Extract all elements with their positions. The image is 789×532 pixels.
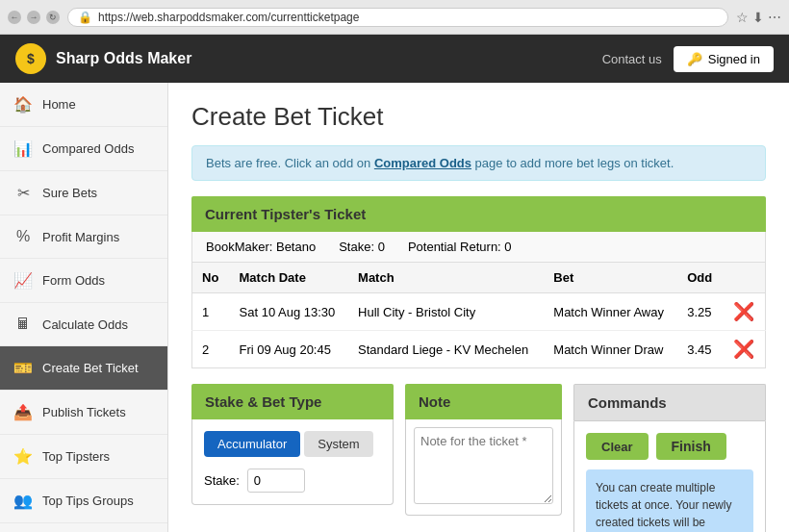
signed-in-button[interactable]: 🔑 Signed in bbox=[674, 46, 774, 72]
stake-section-header: Stake & Bet Type bbox=[191, 384, 394, 419]
sidebar-item-publish-tickets[interactable]: 📤 Publish Tickets bbox=[0, 391, 167, 435]
sidebar-item-form-odds[interactable]: 📈 Form Odds bbox=[0, 259, 167, 303]
row1-match: Hull City - Bristol City bbox=[348, 293, 544, 331]
ticket-table: No Match Date Match Bet Odd 1 Sat 10 Aug… bbox=[191, 263, 766, 368]
sidebar-label-compared-odds: Compared Odds bbox=[42, 141, 134, 156]
compared-odds-icon: 📊 bbox=[13, 139, 33, 158]
row2-bet: Match Winner Draw bbox=[544, 331, 677, 368]
sure-bets-icon: ✂ bbox=[13, 184, 33, 202]
key-icon: 🔑 bbox=[687, 52, 702, 66]
stake-label: Stake: 0 bbox=[339, 240, 385, 254]
note-section: Note bbox=[405, 384, 562, 532]
col-action bbox=[724, 263, 766, 293]
info-banner: Bets are free. Click an odd on Compared … bbox=[191, 145, 766, 181]
table-row: 2 Fri 09 Aug 20:45 Standard Liege - KV M… bbox=[192, 331, 766, 368]
sidebar-label-form-odds: Form Odds bbox=[42, 273, 105, 288]
url-text: https://web.sharpoddsmaker.com/currentti… bbox=[98, 11, 359, 24]
app-logo: $ Sharp Odds Maker bbox=[15, 43, 191, 74]
calculate-odds-icon: 🖩 bbox=[13, 316, 33, 333]
sidebar-item-reports[interactable]: 📋 Reports bbox=[0, 523, 167, 532]
delete-row2-button[interactable]: ❌ bbox=[733, 339, 754, 360]
main-layout: 🏠 Home 📊 Compared Odds ✂ Sure Bets % Pro… bbox=[0, 83, 789, 532]
sidebar-item-top-tipsters[interactable]: ⭐ Top Tipsters bbox=[0, 435, 167, 479]
sidebar-item-compared-odds[interactable]: 📊 Compared Odds bbox=[0, 127, 167, 171]
lock-icon: 🔒 bbox=[78, 11, 92, 24]
note-section-header: Note bbox=[405, 384, 562, 419]
sidebar-label-publish-tickets: Publish Tickets bbox=[42, 405, 126, 419]
main-content: Create Bet Ticket Bets are free. Click a… bbox=[168, 83, 789, 532]
sidebar-item-create-bet-ticket[interactable]: 🎫 Create Bet Ticket bbox=[0, 346, 167, 391]
row2-action: ❌ bbox=[724, 331, 766, 368]
logo-symbol: $ bbox=[27, 51, 35, 66]
clear-button[interactable]: Clear bbox=[586, 433, 649, 460]
sidebar-label-calculate-odds: Calculate Odds bbox=[42, 317, 128, 332]
browser-controls[interactable]: ← → ↻ bbox=[8, 11, 60, 24]
top-tipsters-icon: ⭐ bbox=[13, 447, 33, 466]
signed-in-label: Signed in bbox=[708, 52, 760, 66]
sidebar-item-top-tips-groups[interactable]: 👥 Top Tips Groups bbox=[0, 479, 167, 523]
menu-icon[interactable]: ⋯ bbox=[768, 10, 781, 25]
info-banner-text-after: page to add more bet legs on ticket. bbox=[471, 156, 674, 170]
row1-no: 1 bbox=[192, 293, 230, 331]
row1-date: Sat 10 Aug 13:30 bbox=[230, 293, 349, 331]
commands-header: Commands bbox=[573, 384, 766, 420]
stake-row: Stake: bbox=[204, 469, 381, 493]
row2-odd: 3.45 bbox=[677, 331, 723, 368]
form-odds-icon: 📈 bbox=[13, 271, 33, 290]
commands-section: Commands Clear Finish You can create mul… bbox=[573, 384, 766, 532]
col-match: Match bbox=[348, 263, 544, 293]
back-button[interactable]: ← bbox=[8, 11, 21, 24]
compared-odds-link[interactable]: Compared Odds bbox=[374, 156, 471, 170]
app-name: Sharp Odds Maker bbox=[56, 50, 191, 67]
sidebar-item-profit-margins[interactable]: % Profit Margins bbox=[0, 215, 167, 259]
browser-toolbar: ☆ ⬇ ⋯ bbox=[736, 10, 781, 25]
sidebar-item-sure-bets[interactable]: ✂ Sure Bets bbox=[0, 171, 167, 215]
commands-body: Clear Finish You can create multiple tic… bbox=[573, 420, 766, 532]
commands-buttons: Clear Finish bbox=[586, 433, 753, 460]
bet-type-buttons: Accumulator System bbox=[204, 431, 381, 457]
system-button[interactable]: System bbox=[304, 431, 372, 457]
forward-button[interactable]: → bbox=[27, 11, 40, 24]
commands-info: You can create multiple tickets at once.… bbox=[586, 469, 753, 532]
finish-button[interactable]: Finish bbox=[656, 433, 726, 460]
refresh-button[interactable]: ↻ bbox=[46, 11, 60, 24]
delete-row1-button[interactable]: ❌ bbox=[733, 301, 754, 322]
sidebar-label-home: Home bbox=[42, 97, 76, 112]
contact-link[interactable]: Contact us bbox=[602, 52, 662, 66]
note-textarea[interactable] bbox=[414, 427, 553, 504]
row2-match: Standard Liege - KV Mechelen bbox=[348, 331, 544, 368]
col-bet: Bet bbox=[544, 263, 677, 293]
star-icon[interactable]: ☆ bbox=[736, 10, 749, 25]
address-bar[interactable]: 🔒 https://web.sharpoddsmaker.com/current… bbox=[67, 8, 728, 27]
row1-odd: 3.25 bbox=[677, 293, 723, 331]
stake-input[interactable] bbox=[247, 469, 305, 493]
bookmaker-label: BookMaker: Betano bbox=[206, 240, 316, 254]
app-header: $ Sharp Odds Maker Contact us 🔑 Signed i… bbox=[0, 35, 789, 83]
browser-chrome: ← → ↻ 🔒 https://web.sharpoddsmaker.com/c… bbox=[0, 0, 789, 35]
col-odd: Odd bbox=[677, 263, 723, 293]
info-banner-text-before: Bets are free. Click an odd on bbox=[206, 156, 374, 170]
sidebar-label-top-tips-groups: Top Tips Groups bbox=[42, 494, 134, 508]
page-title: Create Bet Ticket bbox=[191, 102, 766, 132]
col-no: No bbox=[192, 263, 230, 293]
accumulator-button[interactable]: Accumulator bbox=[204, 431, 300, 457]
stake-label-text: Stake: bbox=[204, 473, 240, 488]
top-tips-groups-icon: 👥 bbox=[13, 492, 33, 510]
ticket-meta: BookMaker: Betano Stake: 0 Potential Ret… bbox=[191, 232, 766, 263]
download-icon[interactable]: ⬇ bbox=[752, 10, 764, 25]
note-section-body bbox=[405, 419, 562, 516]
sidebar-item-calculate-odds[interactable]: 🖩 Calculate Odds bbox=[0, 303, 167, 346]
stake-section: Stake & Bet Type Accumulator System Stak… bbox=[191, 384, 394, 532]
logo-icon: $ bbox=[15, 43, 46, 74]
table-row: 1 Sat 10 Aug 13:30 Hull City - Bristol C… bbox=[192, 293, 766, 331]
col-match-date: Match Date bbox=[230, 263, 349, 293]
row2-date: Fri 09 Aug 20:45 bbox=[230, 331, 349, 368]
home-icon: 🏠 bbox=[13, 95, 33, 114]
profit-margins-icon: % bbox=[13, 228, 33, 245]
ticket-header: Current Tipster's Ticket bbox=[191, 196, 766, 232]
sidebar-item-home[interactable]: 🏠 Home bbox=[0, 83, 167, 127]
sidebar: 🏠 Home 📊 Compared Odds ✂ Sure Bets % Pro… bbox=[0, 83, 168, 532]
ticket-section: Current Tipster's Ticket BookMaker: Beta… bbox=[191, 196, 766, 368]
row1-bet: Match Winner Away bbox=[544, 293, 677, 331]
potential-return-label: Potential Return: 0 bbox=[408, 240, 512, 254]
